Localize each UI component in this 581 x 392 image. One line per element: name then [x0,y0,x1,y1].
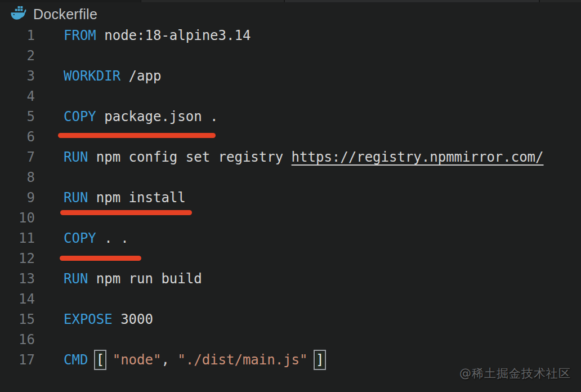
code-token-kw: COPY [64,109,96,124]
code-token-txt [308,352,316,368]
line-number: 17 [0,352,35,368]
code-line[interactable]: 8 [0,167,581,188]
code-token-txt: npm run build [88,271,202,287]
tab-segment [284,0,539,2]
line-number: 7 [0,149,35,165]
code-text: WORKDIR /app [64,68,161,84]
line-number: 16 [0,332,35,348]
code-text: FROM node:18-alpine3.14 [64,28,251,43]
code-line[interactable]: 15EXPOSE 3000 [0,309,581,329]
code-token-txt: /app [120,68,161,84]
code-line[interactable]: 5COPY package.json . [0,106,581,127]
file-title: Dockerfile [33,6,97,23]
code-line[interactable]: 2 [0,46,581,66]
code-token-kw: COPY [64,230,96,246]
tab-strip[interactable] [0,0,581,2]
line-number: 12 [0,251,35,266]
code-token-txt: . . [96,230,129,246]
line-number: 10 [0,210,35,226]
code-text: RUN npm install [64,190,186,206]
code-text: COPY package.json . [64,109,218,124]
code-token-kw: RUN [64,149,88,165]
code-token-txt [104,352,112,368]
red-underline-annotation [60,256,141,261]
line-number: 5 [0,109,35,124]
code-token-kw: WORKDIR [64,68,120,84]
code-token-txt: npm install [88,190,185,206]
code-token-kw: RUN [64,190,88,206]
line-number: 8 [0,170,35,185]
line-number: 4 [0,88,35,104]
code-token-kw: FROM [64,28,96,43]
code-token-txt: node:18-alpine3.14 [96,28,251,43]
code-text: RUN npm run build [64,271,202,287]
code-line[interactable]: 11COPY . . [0,228,581,248]
red-underline-annotation [60,210,192,215]
code-line[interactable]: 7RUN npm config set registry https://reg… [0,147,581,167]
code-token-txt: package.json . [96,109,218,124]
code-line[interactable]: 4 [0,86,581,106]
code-line[interactable]: 1FROM node:18-alpine3.14 [0,25,581,46]
code-line[interactable]: 14 [0,289,581,309]
editor: Dockerfile 1FROM node:18-alpine3.1423WOR… [0,0,581,392]
line-number: 11 [0,230,35,246]
watermark: @稀土掘金技术社区 [459,366,571,381]
code-token-txt: , [161,352,177,368]
code-token-txt: npm config set registry [88,149,291,165]
line-number: 14 [0,291,35,307]
line-number: 13 [0,271,35,287]
code-line[interactable]: 9RUN npm install [0,188,581,208]
line-number: 3 [0,68,35,84]
registry-url-link[interactable]: https://registry.npmmirror.com/ [292,149,544,165]
code-text: EXPOSE 3000 [64,311,153,327]
code-token-txt: 3000 [113,311,153,327]
tab-segment [141,0,284,2]
code-line[interactable]: 3WORKDIR /app [0,66,581,86]
code-text: RUN npm config set registry https://regi… [64,149,544,165]
line-number: 1 [0,28,35,43]
code-token-kw: EXPOSE [64,311,113,327]
tab-segment [539,0,581,2]
line-number: 6 [0,129,35,145]
code-text: COPY . . [64,230,129,246]
code-token-bracket: [ [96,352,104,368]
code-token-txt [88,352,96,368]
docker-whale-icon [10,6,28,23]
code-token-str: "./dist/main.js" [177,352,307,368]
line-number: 2 [0,48,35,64]
code-token-bracket: ] [316,352,324,368]
line-number: 15 [0,311,35,327]
code-text: CMD [ "node", "./dist/main.js" ] [64,352,324,368]
code-token-kw: CMD [64,352,88,368]
code-token-kw: RUN [64,271,88,287]
code-line[interactable]: 13RUN npm run build [0,269,581,289]
code-lines: 1FROM node:18-alpine3.1423WORKDIR /app45… [0,25,581,370]
code-token-str: "node" [113,352,162,368]
red-underline-annotation [58,133,216,138]
title-bar: Dockerfile [10,5,97,24]
code-line[interactable]: 16 [0,329,581,350]
line-number: 9 [0,190,35,206]
